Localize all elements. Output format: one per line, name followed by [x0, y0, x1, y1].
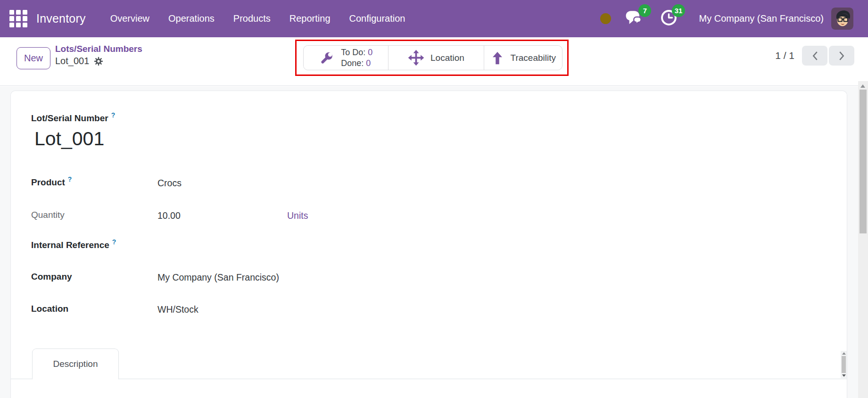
form-sheet: Lot/Serial Number? Lot_001 Product? Croc…	[10, 91, 847, 398]
tab-description[interactable]: Description	[32, 348, 119, 380]
activities-count-badge: 31	[672, 4, 686, 17]
field-row-internal-reference: Internal Reference?	[31, 240, 597, 252]
form-view-background: Lot/Serial Number? Lot_001 Product? Croc…	[0, 86, 868, 398]
pager-previous-button[interactable]	[802, 46, 827, 66]
breadcrumb-parent-link[interactable]: Lots/Serial Numbers	[55, 44, 142, 54]
quantity-value: 10.00	[157, 210, 181, 221]
help-marker-icon[interactable]: ?	[68, 175, 72, 183]
menu-item-products[interactable]: Products	[232, 10, 272, 27]
location-value[interactable]: WH/Stock	[157, 304, 198, 315]
messages-button[interactable]: 7	[623, 9, 644, 29]
breadcrumb: Lots/Serial Numbers Lot_001	[55, 44, 142, 66]
messages-count-badge: 7	[638, 4, 651, 17]
page-scrollbar-thumb[interactable]	[860, 90, 867, 233]
actions-gear-button[interactable]	[94, 57, 103, 66]
units-link[interactable]: Units	[287, 210, 308, 221]
menu-item-overview[interactable]: Overview	[109, 10, 150, 27]
user-avatar[interactable]	[831, 8, 853, 30]
move-arrows-icon	[408, 50, 424, 66]
avatar-image	[831, 8, 853, 30]
main-menu: Overview Operations Products Reporting C…	[109, 10, 406, 27]
done-count: 0	[366, 58, 371, 68]
pager-next-button[interactable]	[829, 46, 854, 66]
chevron-right-icon	[839, 51, 845, 61]
stat-button-box: To Do: 0 Done: 0 Location	[303, 45, 562, 70]
help-marker-icon[interactable]: ?	[111, 111, 116, 119]
todo-done-stat-button[interactable]: To Do: 0 Done: 0	[304, 46, 389, 70]
company-value[interactable]: My Company (San Francisco)	[157, 272, 279, 283]
field-row-location: Location WH/Stock	[31, 304, 597, 316]
app-name[interactable]: Inventory	[36, 12, 86, 25]
page-scrollbar[interactable]	[858, 81, 868, 398]
new-button[interactable]: New	[17, 47, 50, 69]
presence-dot-icon[interactable]	[600, 13, 611, 24]
product-value[interactable]: Crocs	[157, 178, 182, 189]
apps-grid-icon[interactable]	[9, 10, 27, 28]
notebook-scrollbar-thumb[interactable]	[842, 356, 846, 373]
traceability-stat-button[interactable]: Traceability	[484, 46, 562, 70]
arrow-up-icon	[490, 51, 504, 65]
field-row-product: Product? Crocs	[31, 177, 597, 190]
menu-item-operations[interactable]: Operations	[167, 10, 215, 27]
field-row-company: Company My Company (San Francisco)	[31, 272, 597, 284]
company-switcher[interactable]: My Company (San Francisco)	[699, 13, 824, 24]
scroll-up-icon[interactable]	[860, 84, 865, 88]
breadcrumb-current: Lot_001	[55, 56, 89, 66]
help-marker-icon[interactable]: ?	[112, 238, 116, 246]
notebook-divider	[11, 379, 847, 379]
quantity-label: Quantity	[31, 210, 65, 220]
pager: 1 / 1	[775, 46, 854, 66]
navbar-right: 7 31 My Company (San Francisco)	[600, 8, 868, 30]
menu-item-configuration[interactable]: Configuration	[348, 10, 406, 27]
product-label: Product	[31, 177, 65, 187]
location-stat-button[interactable]: Location	[389, 46, 484, 70]
notebook-scrollbar[interactable]	[841, 351, 847, 378]
company-label: Company	[31, 272, 72, 282]
odoo-inventory-window: Inventory Overview Operations Products R…	[0, 0, 868, 398]
lot-name-input[interactable]: Lot_001	[34, 128, 104, 150]
internal-reference-label: Internal Reference	[31, 240, 109, 250]
scroll-up-icon[interactable]	[842, 352, 846, 355]
activities-button[interactable]: 31	[660, 9, 678, 28]
control-panel: New Lots/Serial Numbers Lot_001	[0, 37, 868, 86]
location-label: Location	[31, 304, 68, 314]
scroll-down-icon[interactable]	[842, 374, 846, 377]
todo-count: 0	[368, 48, 372, 57]
gear-icon	[94, 57, 103, 66]
menu-item-reporting[interactable]: Reporting	[289, 10, 331, 27]
lot-serial-number-label: Lot/Serial Number?	[31, 113, 115, 124]
top-navbar: Inventory Overview Operations Products R…	[0, 0, 868, 37]
field-row-quantity: Quantity 10.00 Units	[31, 210, 597, 222]
wrench-icon	[319, 50, 335, 66]
pager-counter: 1 / 1	[775, 50, 794, 61]
chevron-left-icon	[812, 51, 818, 61]
